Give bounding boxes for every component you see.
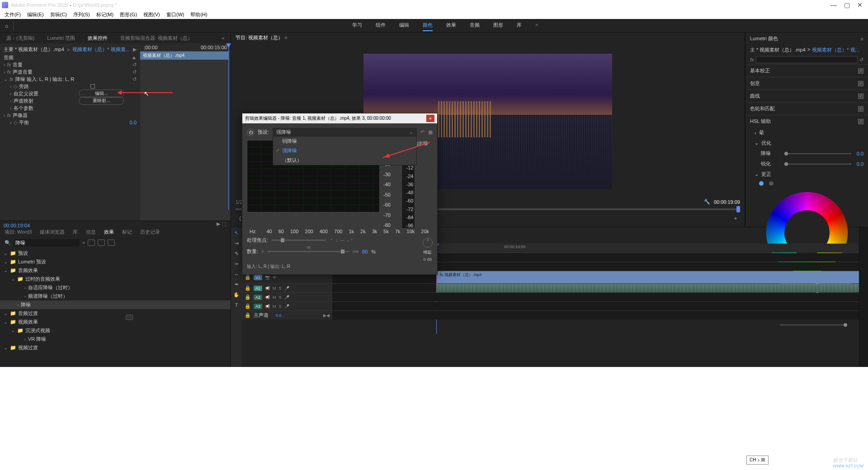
workspace-tab[interactable]: 编辑 [399,20,409,31]
lock-icon[interactable]: 🔒 [245,303,251,309]
expand-icon[interactable]: ▶◀ [323,313,330,318]
preset-option[interactable]: （默认） [273,155,416,165]
reset-icon[interactable]: ↺ [859,57,863,63]
lock-icon[interactable]: 🔒 [245,285,251,291]
toggle-icon[interactable]: › [10,84,12,89]
toggle-icon[interactable]: › [4,62,5,67]
keyframe-icon[interactable]: ◇ [14,120,17,126]
reset-icon[interactable]: ↺ [132,69,137,75]
maximize-button[interactable]: ▢ [844,1,850,9]
modal-close-button[interactable]: × [426,115,434,122]
mute-button[interactable]: 📢 [265,295,270,300]
workspace-tab[interactable]: 效果 [446,20,456,31]
focus-slider[interactable] [272,240,326,241]
menu-编辑(E)[interactable]: 编辑(E) [27,11,44,18]
text-tool-icon[interactable]: T [235,302,238,308]
preset-option[interactable]: 弱降噪 [273,136,416,146]
amount-slider[interactable]: 50 [268,251,349,252]
tree-folder[interactable]: ⌄📁 视频效果 [0,318,231,326]
lumetri-section[interactable]: 基本校正✓ [745,64,868,77]
minimize-button[interactable]: — [830,1,837,9]
track-label[interactable]: A3 [254,304,262,309]
expand-icon[interactable]: ⌄ [4,250,8,256]
tree-folder[interactable]: ⌄📁 沉浸式视频 [0,326,231,335]
toggle-icon[interactable]: › [10,120,12,125]
fx-badge[interactable]: fx [7,113,11,118]
workspace-tab[interactable]: 颜色 [423,20,433,31]
tree-item[interactable]: ▫ VR 降噪 [0,335,231,343]
lumetri-section[interactable]: 色轮和匹配✓ [745,102,868,115]
amount-value[interactable]: 80 [362,249,368,254]
layout-icon[interactable]: ▦ [428,129,433,135]
slip-tool-icon[interactable]: ↔ [234,272,239,277]
track-body[interactable] [332,284,859,292]
hand-tool-icon[interactable]: ✋ [233,292,240,298]
tree-folder[interactable]: ⌄📁 过时的音频效果 [0,275,231,283]
toggle-icon[interactable]: › [4,113,5,118]
power-icon[interactable]: ⏻ [247,129,254,136]
menu-帮助(H)[interactable]: 帮助(H) [190,11,207,18]
menu-视图(V)[interactable]: 视图(V) [143,11,160,18]
preset-chip-2[interactable] [98,240,105,246]
expand-icon[interactable]: ⌄ [11,328,15,334]
lumetri-slider[interactable] [780,324,845,325]
lumetri-slider[interactable] [784,153,851,154]
ec-timeline-clip[interactable]: 视频素材（总）.mp4 [140,52,229,60]
toggle-eye[interactable]: 👁 [273,275,277,280]
toggle-icon[interactable]: › [10,105,12,111]
workspace-tab[interactable]: 学习 [352,20,362,31]
lumetri-fx-select[interactable] [756,56,858,63]
preset-chip-3[interactable] [108,240,115,246]
toggle-icon[interactable]: › [10,98,12,103]
section-checkbox[interactable]: ✓ [858,94,863,99]
reset-icon[interactable]: ↺ [132,76,137,82]
source-more[interactable]: » [220,35,226,41]
track-body[interactable] [332,302,859,310]
lumetri-slider[interactable] [784,164,851,164]
program-timecode[interactable]: 00:00:19:09 [714,199,740,205]
project-tab[interactable]: 媒体浏览器 [40,229,65,235]
project-tab[interactable]: 效果 [104,229,114,235]
project-tab[interactable]: 标记 [122,229,132,235]
project-tab[interactable]: 项目: Word3 [5,229,32,235]
focus-shape-3[interactable]: — [340,238,344,243]
keyframe-icon[interactable]: ◇ [14,84,17,89]
focus-shape-4[interactable]: ⌄⌃ [346,238,354,243]
clear-search-button[interactable]: × [82,240,85,245]
preset-option[interactable]: 强降噪 [273,146,416,155]
edit-button[interactable]: 重映射... [79,97,124,105]
play-icon[interactable]: ▶ ⬚ [217,221,226,227]
section-checkbox[interactable]: ✓ [858,68,863,74]
home-icon[interactable]: ⌂ [0,21,14,31]
menu-序列(S)[interactable]: 序列(S) [73,11,90,18]
color-dot[interactable] [759,181,764,186]
section-checkbox[interactable]: ✓ [858,119,863,124]
zoom-select[interactable]: 1/2 [236,199,242,205]
preset-chip-1[interactable] [88,240,95,246]
expand-icon[interactable]: ⌄ [11,276,15,282]
track-body[interactable] [332,293,859,301]
voiceover[interactable]: 🎤 [284,286,289,291]
razor-tool-icon[interactable]: ✂ [235,261,239,267]
selection-tool-icon[interactable]: ↖ [235,230,239,236]
param-value[interactable]: 0.0 [130,120,137,125]
slider-value[interactable]: 0.0 [857,151,863,156]
project-tab[interactable]: 信息 [86,229,96,235]
focus-shape-1[interactable]: ⌃ [330,238,333,243]
toggle-icon[interactable]: › [10,91,12,96]
gain-knob[interactable] [423,238,433,248]
lock-icon[interactable]: 🔒 [245,294,251,300]
fx-badge[interactable]: fx [7,69,11,75]
expand-icon[interactable]: ⌄ [4,259,8,265]
ec-crumb-clip[interactable]: 视频素材（总）* 视频素... [72,46,130,53]
toggle-output[interactable]: 📷 [265,275,270,280]
workspace-tab[interactable]: 组件 [376,20,386,31]
expand-icon[interactable]: ⌄ [4,268,8,273]
effects-search-input[interactable] [14,239,80,246]
project-tab[interactable]: 历史记录 [140,229,160,235]
source-tab[interactable]: 效果控件 [86,35,109,42]
tree-item[interactable]: ▫ 自适应降噪（过时） [0,283,231,292]
lock-icon[interactable]: 🔒 [245,312,251,318]
lumetri-section[interactable]: HSL 辅助✓ [745,115,868,127]
menu-标记(M)[interactable]: 标记(M) [96,11,114,18]
